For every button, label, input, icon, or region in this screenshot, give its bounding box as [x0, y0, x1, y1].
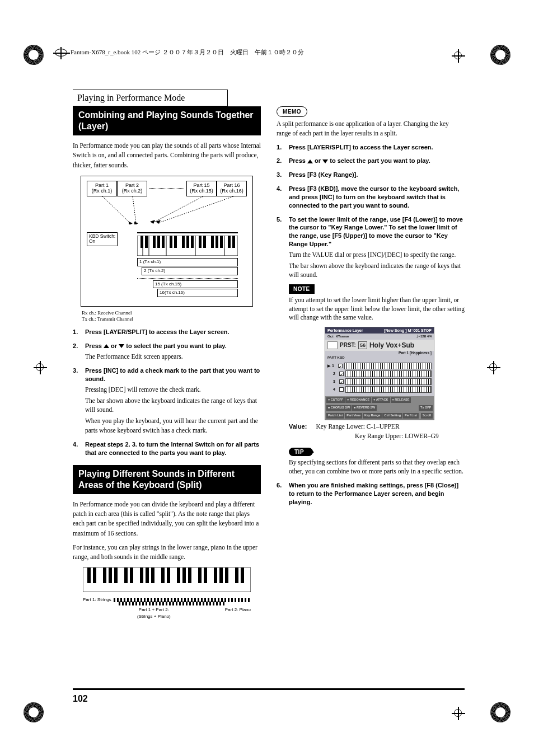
part-name-line: Part 1 [Happiness ]: [325, 351, 434, 356]
tip-badge: TIP: [289, 448, 313, 457]
svg-rect-40: [146, 567, 149, 583]
section-header-layer: Combining and Playing Sounds Together (L…: [73, 106, 261, 135]
svg-rect-14: [170, 236, 172, 248]
svg-rect-19: [199, 236, 202, 248]
kbd-switch-label: KBD Switch:On: [87, 232, 132, 246]
step-item: Repeat steps 2. 3. to turn the Internal …: [73, 440, 261, 457]
step-body: The bar shown above the keyboard indicat…: [85, 396, 261, 415]
svg-rect-44: [177, 567, 180, 583]
step-item: When you are finished making settings, p…: [277, 481, 465, 506]
svg-rect-18: [191, 236, 194, 248]
up-arrow-icon: [104, 344, 109, 348]
section-header-split: Playing Different Sounds in Different Ar…: [73, 465, 261, 494]
step-item: Press or to select the part you want to …: [277, 157, 465, 165]
keyboard-icon: [83, 567, 251, 592]
svg-rect-45: [182, 567, 186, 583]
svg-rect-39: [140, 567, 143, 583]
svg-rect-33: [93, 567, 96, 583]
split-diagram: Part 1: Strings Part 1 + Part 2: (String…: [83, 567, 251, 620]
svg-rect-37: [124, 567, 128, 583]
paragraph: By specifying sections for different par…: [289, 458, 465, 476]
up-arrow-icon: [307, 159, 313, 163]
svg-rect-12: [157, 236, 160, 248]
value-text: Key Range Lower: C-1–UPPER: [316, 422, 399, 431]
left-column: Combining and Playing Sounds Together (L…: [73, 106, 261, 626]
chapter-title-box: Playing in Performance Mode: [73, 90, 228, 106]
diagram-part-box: Part 15(Rx ch.15): [186, 181, 217, 196]
svg-rect-50: [219, 567, 223, 583]
svg-rect-41: [151, 567, 154, 583]
svg-rect-51: [225, 567, 228, 583]
page-number: 102: [73, 694, 88, 704]
svg-rect-22: [216, 236, 218, 248]
keyboard-icon: [137, 236, 238, 256]
split-label-right: Part 2: Piano: [225, 607, 251, 620]
svg-line-1: [133, 196, 136, 223]
tx-label: 1 (Tx ch.1): [137, 258, 238, 266]
step-item: Press [LAYER/SPLIT] to access the Layer …: [277, 143, 465, 152]
svg-rect-38: [130, 567, 133, 583]
diagram-part-box: Part 1(Rx ch.1): [87, 181, 117, 196]
svg-rect-24: [228, 236, 231, 248]
down-arrow-icon: [322, 159, 328, 163]
diagram-part-box: Part 2(Rx ch.2): [117, 181, 147, 196]
chapter-title: Playing in Performance Mode: [77, 93, 185, 102]
step-body: Pressing [DEC] will remove the check mar…: [85, 385, 261, 395]
paragraph: For instance, you can play strings in th…: [73, 543, 261, 562]
svg-rect-21: [211, 236, 214, 248]
svg-marker-6: [150, 220, 155, 224]
svg-marker-5: [134, 222, 138, 224]
step-item: Press [LAYER/SPLIT] to access the Layer …: [73, 328, 261, 336]
svg-rect-43: [167, 567, 170, 583]
step-item: To set the lower limit of the range, use…: [277, 215, 465, 476]
lcd-screenshot: Performance Layer[New Song ] M=001 STOP …: [325, 327, 434, 420]
svg-rect-46: [188, 567, 191, 583]
step-item: Press [F3 (Key Range)].: [277, 171, 465, 179]
step-body: When you play the keyboard, you will hea…: [85, 416, 261, 435]
value-label: Value:: [289, 422, 307, 431]
svg-rect-16: [182, 236, 185, 248]
crop-mark-tr: [489, 44, 512, 66]
book-icon: [55, 49, 67, 57]
svg-rect-35: [109, 567, 112, 583]
step-body: The Performance Edit screen appears.: [85, 352, 261, 361]
tx-label: 2 (Tx ch.2): [142, 267, 238, 275]
step-item: Press [INC] to add a check mark to the p…: [73, 367, 261, 435]
paragraph: In Performance mode you can play the sou…: [73, 141, 261, 170]
footer-rule: [73, 688, 465, 692]
step-item: Press or to select the part you want to …: [73, 342, 261, 361]
book-header-text: Fantom-X678_r_e.book 102 ページ ２００７年３月２０日 …: [71, 48, 304, 57]
svg-rect-11: [153, 236, 156, 248]
registration-mark: [487, 361, 500, 374]
svg-rect-48: [204, 567, 207, 583]
crop-mark-br: [489, 701, 512, 724]
svg-rect-34: [103, 567, 106, 583]
paragraph: If you attempt to set the lower limit hi…: [289, 296, 465, 322]
registration-mark: [452, 707, 465, 720]
svg-rect-20: [203, 236, 206, 248]
crop-mark-tl: [22, 44, 45, 66]
crop-mark-bl: [22, 701, 45, 724]
svg-rect-52: [235, 567, 238, 583]
diagram-part-box: Part 16(Rx ch.16): [217, 181, 247, 196]
down-arrow-icon: [119, 344, 124, 348]
step-body: Turn the VALUE dial or press [INC]/[DEC]…: [289, 250, 465, 260]
mini-keyboard-icon: [327, 341, 338, 349]
paragraph: A split performance is one application o…: [277, 119, 465, 139]
svg-rect-25: [232, 236, 235, 248]
diagram-caption: Rx ch.: Receive Channel Tx ch.: Transmit…: [82, 310, 261, 322]
svg-line-3: [157, 196, 233, 223]
tx-label: 15 (Tx ch.15): [153, 280, 238, 289]
step-body: The bar shown above the keyboard indicat…: [289, 261, 465, 280]
book-file-header: Fantom-X678_r_e.book 102 ページ ２００７年３月２０日 …: [55, 48, 304, 57]
svg-rect-53: [241, 567, 244, 583]
step-item: Press [F3 (KBD)], move the cursor to the…: [277, 185, 465, 210]
paragraph: In Performance mode you can divide the k…: [73, 500, 261, 538]
svg-line-0: [102, 196, 130, 223]
diagram-arrows: [81, 196, 254, 224]
svg-rect-10: [145, 236, 148, 248]
layer-diagram: Part 1(Rx ch.1) Part 2(Rx ch.2) Part 15(…: [81, 176, 253, 307]
registration-mark: [34, 361, 47, 374]
value-text: Key Range Upper: LOWER–G9: [355, 432, 465, 441]
svg-rect-17: [186, 236, 189, 248]
